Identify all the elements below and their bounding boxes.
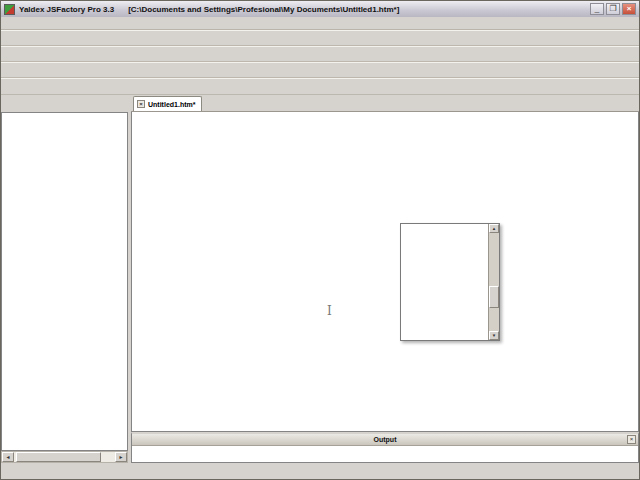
scroll-up-icon[interactable]: ▲ [489,224,499,233]
sidebar: ◄ ► [1,95,128,463]
editor-tab-label: Untitled1.htm* [148,101,195,108]
app-window: Yaldex JSFactory Pro 3.3 [C:\Documents a… [0,0,640,480]
sidebar-tab-strip [1,95,128,112]
output-title: Output [132,436,638,443]
code-editor[interactable]: ▲ ▼ I [131,112,639,432]
document-path: [C:\Documents and Settings\Profesional\M… [128,5,590,14]
autocomplete-scrollbar[interactable]: ▲ ▼ [488,224,499,340]
tab-close-icon[interactable]: × [137,100,145,108]
scrollbar-thumb[interactable] [16,452,101,462]
autocomplete-scroll-thumb[interactable] [489,286,499,308]
editor-tab-bar: × Untitled1.htm* [131,95,639,112]
autocomplete-popup: ▲ ▼ [400,223,500,341]
sidebar-horizontal-scrollbar[interactable]: ◄ ► [1,451,128,463]
toolbar-edit [1,78,639,95]
output-panel: Output × [131,432,639,463]
scroll-right-icon[interactable]: ► [115,452,127,462]
maximize-button[interactable]: ❐ [606,3,620,15]
status-bar [1,463,639,477]
scroll-left-icon[interactable]: ◄ [2,452,14,462]
toolbar-script [1,62,639,78]
close-button[interactable]: × [622,3,636,15]
output-body [132,446,638,462]
app-icon [4,4,15,15]
toolbar-format [1,46,639,62]
editor-tab[interactable]: × Untitled1.htm* [133,96,202,111]
output-close-icon[interactable]: × [627,435,636,444]
toolbar-main [1,30,639,46]
output-panel-header: Output × [132,434,638,446]
scroll-down-icon[interactable]: ▼ [489,331,499,340]
text-cursor-pointer: I [327,304,332,318]
effects-tree [1,112,128,451]
title-bar: Yaldex JSFactory Pro 3.3 [C:\Documents a… [1,1,639,17]
menu-bar [1,17,639,30]
app-title: Yaldex JSFactory Pro 3.3 [19,5,114,14]
minimize-button[interactable]: _ [590,3,604,15]
